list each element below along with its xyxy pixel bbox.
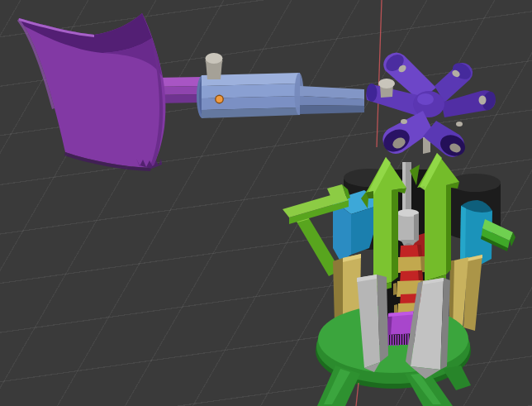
- red-ring-2-shade: [418, 270, 423, 282]
- hub-bolt-cap: [378, 79, 395, 88]
- hub-connector[interactable]: [366, 51, 497, 160]
- wind-vane-blade[interactable]: [17, 13, 165, 171]
- hub-hole-r: [479, 96, 487, 105]
- hub-hole-dl: [401, 119, 407, 124]
- 3d-viewport[interactable]: [0, 0, 532, 406]
- arm-sleeve[interactable]: [197, 53, 304, 118]
- viewport-canvas[interactable]: [0, 0, 532, 406]
- hub-socket-rim: [367, 84, 378, 102]
- x-axis-line-top: [377, 0, 382, 147]
- shaft-sleeve-shade: [414, 213, 419, 243]
- thinrod-bottom: [300, 105, 364, 114]
- tan-gear-2-tooth: [393, 283, 397, 295]
- hub-hole-dr: [456, 122, 463, 127]
- arm-shaft[interactable]: [300, 86, 364, 114]
- hub-boss-hi: [417, 93, 434, 105]
- x-axis-line-bottom: [356, 383, 359, 406]
- origin-dot[interactable]: [216, 96, 223, 103]
- pinion-teeth: [387, 334, 409, 346]
- teal-right-edge: [460, 206, 466, 265]
- sleeve-bolt-cap: [206, 53, 223, 64]
